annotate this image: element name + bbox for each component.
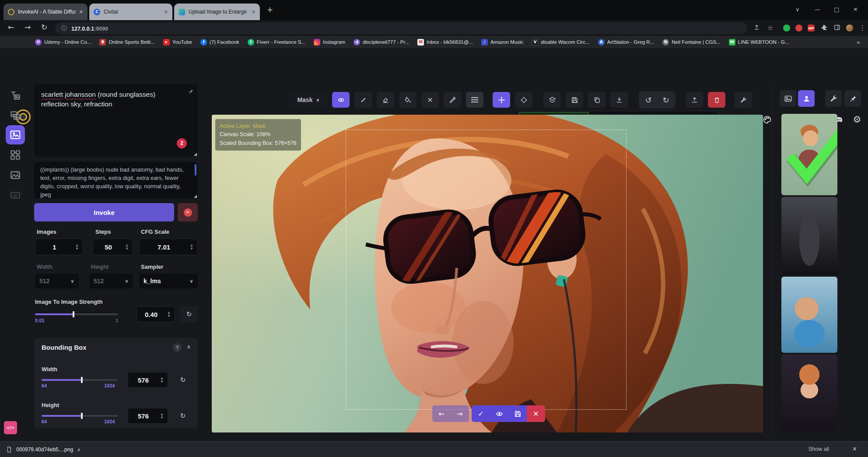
gallery-tab-image-button[interactable]: [780, 90, 796, 107]
sampler-select[interactable]: k_lms∨: [139, 274, 198, 288]
step-up-icon[interactable]: ▲: [126, 244, 128, 247]
browser-tab-civitai[interactable]: C Civitai ✕: [89, 4, 172, 20]
toggle-visibility-button[interactable]: [490, 405, 508, 422]
bookmark-artstation[interactable]: AArtStation - Greg R...: [598, 39, 654, 46]
merge-layers-button[interactable]: [543, 92, 561, 108]
img2img-strength-stepper[interactable]: 0.40 ▲▼: [136, 306, 175, 322]
cancel-button[interactable]: ✕: [178, 203, 198, 221]
color-picker-button[interactable]: [444, 92, 461, 108]
bookmark-inbox[interactable]: MInbox - klk56831@...: [417, 39, 473, 46]
settings-gear-icon[interactable]: ⚙: [851, 114, 863, 125]
tab-image-to-image[interactable]: [6, 106, 25, 125]
slider-thumb[interactable]: [81, 413, 83, 419]
bb-width-stepper[interactable]: 576 ▲▼: [128, 372, 168, 388]
bookmarks-overflow-icon[interactable]: »: [857, 39, 860, 46]
window-maximize-button[interactable]: □: [834, 6, 839, 13]
tab-close-icon[interactable]: ✕: [252, 9, 256, 15]
prompt-resize-grip[interactable]: [194, 153, 197, 156]
bb-height-reset-button[interactable]: ↻: [174, 408, 192, 424]
step-down-icon[interactable]: ▼: [76, 247, 78, 250]
toggle-mask-button[interactable]: [332, 92, 350, 108]
next-image-button[interactable]: →: [451, 405, 469, 422]
redo-button[interactable]: ↻: [657, 92, 675, 108]
tab-close-icon[interactable]: ✕: [79, 9, 83, 15]
bb-width-reset-button[interactable]: ↻: [174, 372, 192, 388]
copy-to-clipboard-button[interactable]: [588, 92, 606, 108]
step-up-icon[interactable]: ▲: [161, 377, 163, 380]
help-icon[interactable]: ?: [173, 343, 182, 352]
step-up-icon[interactable]: ▲: [191, 244, 193, 247]
bookmark-amazon-music[interactable]: ♪Amazon Music: [481, 39, 523, 46]
show-all-downloads-link[interactable]: Show all: [808, 446, 829, 452]
site-info-icon[interactable]: ⓘ: [61, 25, 67, 32]
bookmark-fiverr[interactable]: fFiverr - Freelance S...: [248, 39, 305, 46]
window-minimize-button[interactable]: —: [815, 6, 820, 13]
gallery-thumbnail[interactable]: [781, 355, 837, 432]
tab-unified-canvas[interactable]: [6, 125, 25, 144]
brush-options-button[interactable]: [466, 92, 483, 108]
bookmark-star-icon[interactable]: ☆: [767, 24, 773, 32]
move-tool-button[interactable]: [493, 92, 510, 108]
forward-button[interactable]: →: [24, 23, 31, 32]
steps-stepper[interactable]: 50 ▲▼: [93, 239, 133, 255]
brush-tool-button[interactable]: [354, 92, 372, 108]
negative-prompt-resize-grip[interactable]: [194, 195, 197, 198]
collapse-chevron-icon[interactable]: ∧: [187, 344, 191, 350]
gallery-thumbnail[interactable]: [781, 197, 837, 275]
layer-select[interactable]: Mask ∨: [290, 92, 327, 107]
extension-grammarly-icon[interactable]: [783, 25, 790, 32]
tab-search-icon[interactable]: ∨: [795, 6, 800, 13]
canvas-settings-button[interactable]: [735, 92, 752, 108]
step-down-icon[interactable]: ▼: [161, 380, 163, 383]
gallery-tab-person-button[interactable]: [798, 90, 815, 107]
tab-training[interactable]: [6, 186, 25, 205]
eraser-tool-button[interactable]: [377, 92, 394, 108]
download-item[interactable]: 000979.40d74eb5....png ∧: [6, 444, 80, 455]
download-image-button[interactable]: [610, 92, 628, 108]
bookmark-wacom[interactable]: Vdisable Wacom Circ...: [532, 39, 589, 46]
previous-image-button[interactable]: ←: [432, 405, 451, 422]
invoke-button[interactable]: Invoke: [34, 203, 174, 221]
step-down-icon[interactable]: ▼: [126, 247, 128, 250]
close-downloads-icon[interactable]: ✕: [852, 446, 857, 452]
negative-prompt-scrollbar[interactable]: [195, 164, 196, 176]
bookmark-discipleneil[interactable]: ddiscipleneil777 - Pr...: [354, 39, 409, 46]
reload-button[interactable]: ↻: [41, 23, 47, 32]
images-stepper[interactable]: 1 ▲▼: [35, 239, 83, 255]
bookmark-udemy[interactable]: UUdemy - Online Co...: [35, 39, 91, 46]
cfg-scale-stepper[interactable]: 7.01 ▲▼: [139, 239, 198, 255]
strength-reset-button[interactable]: ↻: [180, 306, 198, 322]
step-down-icon[interactable]: ▼: [161, 416, 163, 419]
height-select[interactable]: 512∨: [89, 274, 133, 288]
save-to-gallery-button[interactable]: [566, 92, 583, 108]
step-up-icon[interactable]: ▲: [168, 311, 170, 314]
gallery-settings-button[interactable]: [825, 90, 842, 107]
address-bar[interactable]: ⓘ 127.0.0.1:9090: [55, 22, 747, 34]
bookmark-sports-betting[interactable]: BOnline Sports Betti...: [99, 39, 154, 46]
tab-post-processing[interactable]: [6, 165, 25, 185]
window-close-button[interactable]: ✕: [853, 6, 858, 13]
share-icon[interactable]: [753, 24, 760, 32]
bookmark-instagram[interactable]: Instagram: [314, 39, 345, 46]
gallery-thumbnail-selected[interactable]: [781, 114, 837, 195]
save-staging-button[interactable]: [508, 405, 527, 422]
step-down-icon[interactable]: ▼: [191, 247, 193, 250]
extension-red-icon[interactable]: [795, 25, 802, 32]
console-toggle-button[interactable]: </>: [4, 421, 17, 434]
clear-mask-button[interactable]: ✕: [421, 92, 439, 108]
chevron-up-icon[interactable]: ∧: [77, 447, 80, 453]
bookmark-facebook[interactable]: f(7) Facebook: [200, 39, 239, 46]
tab-close-icon[interactable]: ✕: [164, 9, 168, 15]
prompt-input[interactable]: scarlett johansson (round sunglasses)ref…: [34, 84, 198, 157]
back-button[interactable]: ←: [8, 23, 14, 32]
fill-tool-button[interactable]: [399, 92, 416, 108]
tab-nodes[interactable]: [6, 145, 25, 165]
step-up-icon[interactable]: ▲: [161, 413, 163, 416]
step-down-icon[interactable]: ▼: [168, 315, 170, 318]
discard-image-button[interactable]: ✕: [527, 405, 545, 422]
width-select[interactable]: 512∨: [35, 274, 79, 288]
bookmark-webtoon[interactable]: WLINE WEBTOON - G...: [729, 39, 789, 46]
undo-button[interactable]: ↺: [640, 92, 657, 108]
profile-avatar[interactable]: [846, 25, 853, 32]
new-tab-button[interactable]: +: [267, 5, 273, 14]
